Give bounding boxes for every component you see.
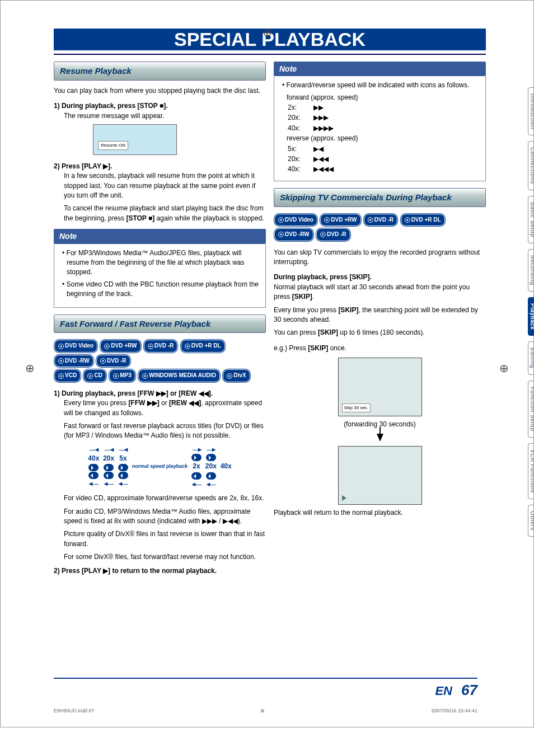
format-badge: DVD +RW	[320, 214, 360, 227]
format-badge: DVD -RW	[54, 355, 93, 368]
tab-introduction[interactable]: Introduction	[528, 87, 534, 135]
speed-normal: normal speed playback	[132, 464, 188, 469]
ff-vcd-note: For video CD, approximate forward/revers…	[64, 494, 266, 503]
speed-row: 20x:▶◀◀	[288, 154, 480, 164]
speed-5x-rev: ------◀5x◀-------	[118, 445, 128, 487]
rew-icon	[206, 472, 216, 480]
badge-label: DVD -R	[327, 231, 346, 237]
speed-label: 40x	[221, 462, 232, 470]
disc-icon	[368, 217, 373, 223]
disc-icon	[405, 217, 410, 223]
section-skip-commercials: Skipping TV Commercials During Playback	[274, 188, 486, 207]
resume-on-label: Resume ON	[98, 141, 128, 150]
text: You can press	[274, 328, 318, 336]
format-badge: DivX	[223, 369, 250, 382]
speed-value: 40x:	[288, 165, 308, 174]
section-resume-playback: Resume Playback	[54, 62, 266, 81]
disc-icon	[113, 373, 119, 379]
ffw-icon	[206, 454, 216, 461]
badge-label: DVD +R DL	[411, 217, 441, 223]
resume-step2-label: 2) Press [PLAY ▶].	[54, 162, 266, 171]
resume-step2-text1: In a few seconds, playback will resume f…	[64, 171, 266, 200]
print-meta: E9H90UD.indd 67 ⊕ 2007/05/16 15:44:41	[54, 708, 477, 713]
note-item: For MP3/Windows Media™ Audio/JPEG files,…	[62, 248, 260, 278]
ff-step1-text1: Every time you press [FFW ▶▶] or [REW ◀◀…	[64, 398, 266, 418]
tab-basic-setup[interactable]: Basic Setup	[528, 196, 534, 243]
text: up to 6 times (180 seconds).	[338, 328, 425, 336]
ff-step2-label: 2) Press [PLAY ▶] to return to the norma…	[54, 566, 266, 576]
speed-40x-fwd: 40x	[221, 462, 232, 471]
down-arrow-icon	[377, 434, 383, 442]
format-badge: DVD +RW	[100, 340, 140, 353]
page-footer: EN 67	[435, 682, 477, 699]
format-badge: DVD -RW	[274, 228, 313, 241]
format-badge: DVD +R DL	[401, 214, 445, 227]
rew-icon	[191, 472, 202, 480]
disc-icon	[148, 344, 153, 349]
skip-intro: You can skip TV commercials to enjoy the…	[274, 248, 486, 267]
print-timestamp: 2007/05/16 15:44:41	[431, 708, 477, 713]
forward-speed-label: forward (approx. speed)	[287, 93, 480, 102]
badge-label: DVD +RW	[331, 217, 357, 223]
speed-label: 2x	[193, 462, 200, 470]
format-badge: WINDOWS MEDIA AUDIO	[138, 369, 220, 382]
tab-function-setup[interactable]: Function Setup	[528, 381, 534, 438]
ff-divx-note2: For some DivX® files, fast forward/fast …	[64, 552, 266, 562]
speed-diagram: ------◀40x◀------- ------◀20x◀------- --…	[54, 445, 266, 488]
tab-connections[interactable]: Connections	[528, 141, 534, 190]
speed-value: 20x:	[288, 154, 308, 164]
footer-lang: EN	[435, 684, 452, 698]
skip-reference: [SKIP]	[318, 328, 338, 336]
play-icon	[342, 495, 346, 501]
format-badge: DVD -R	[96, 355, 130, 368]
disc-icon	[58, 344, 64, 349]
ffw-icon	[118, 464, 128, 471]
speed-40x-rev: ------◀40x◀-------	[88, 445, 99, 487]
format-badge: DVD Video	[274, 214, 317, 227]
text: .	[312, 293, 314, 300]
registration-mark-icon: ⊕	[499, 361, 509, 375]
rew-icon	[88, 472, 99, 479]
disc-icon	[87, 373, 93, 379]
registration-mark-icon: ⊕	[25, 361, 35, 375]
speed-label: 5x	[119, 454, 127, 462]
arrow-icon: ▶▶▶▶	[313, 124, 334, 133]
page: ⊕ ⊕ ⊕ SPECIAL PLAYBACK Resume Playback Y…	[0, 0, 534, 727]
skip-screen-2	[338, 446, 422, 505]
reverse-speed-label: reverse (approx. speed)	[287, 134, 480, 143]
speed-row: 40x:▶◀◀◀	[288, 165, 480, 174]
ff-divx-note1: Picture quality of DivX® files in fast r…	[64, 529, 266, 549]
disc-icon	[185, 344, 190, 349]
tab-vcr-functions[interactable]: VCR Functions	[528, 443, 534, 499]
text: e.g.) Press	[274, 344, 308, 352]
format-badge: CD	[83, 369, 106, 382]
skip-final: Playback will return to the normal playb…	[274, 508, 486, 518]
text: Every time you press	[274, 306, 338, 314]
reverse-speed-table: 5x:▶◀ 20x:▶◀◀ 40x:▶◀◀◀	[288, 144, 480, 175]
badge-label: DivX	[233, 372, 246, 378]
content-columns: Resume Playback You can play back from w…	[54, 62, 486, 576]
tab-recording[interactable]: Recording	[528, 249, 534, 292]
section-fast-forward: Fast Forward / Fast Reverse Playback	[54, 314, 266, 334]
tab-playback[interactable]: Playback	[528, 297, 534, 336]
speed-value: 5x:	[288, 144, 308, 154]
badge-label: DVD Video	[285, 217, 313, 223]
ff-step1-text2: Fast forward or fast reverse playback ac…	[64, 421, 266, 441]
badge-label: DVD -RW	[285, 231, 310, 237]
tab-editing[interactable]: Editing	[528, 341, 534, 374]
skip-reference: [SKIP]	[292, 293, 312, 300]
skip-screen-1: Skip 30 sec.	[338, 358, 422, 416]
skip-reference: [SKIP]	[308, 344, 328, 352]
note-heading: Note	[54, 229, 266, 243]
disc-icon	[320, 232, 326, 237]
tab-others[interactable]: Others	[528, 505, 534, 537]
resume-screen: Resume ON	[93, 124, 177, 155]
format-badge: DVD -R	[144, 340, 177, 353]
format-badge: VCD	[54, 369, 81, 382]
disc-icon	[324, 217, 330, 223]
text: once.	[328, 344, 346, 352]
text: Every time you press	[64, 399, 128, 407]
speed-note-body: Forward/reverse speed will be indicated …	[274, 76, 486, 181]
speed-row: 40x:▶▶▶▶	[288, 124, 480, 133]
badge-label: DVD Video	[65, 342, 93, 349]
